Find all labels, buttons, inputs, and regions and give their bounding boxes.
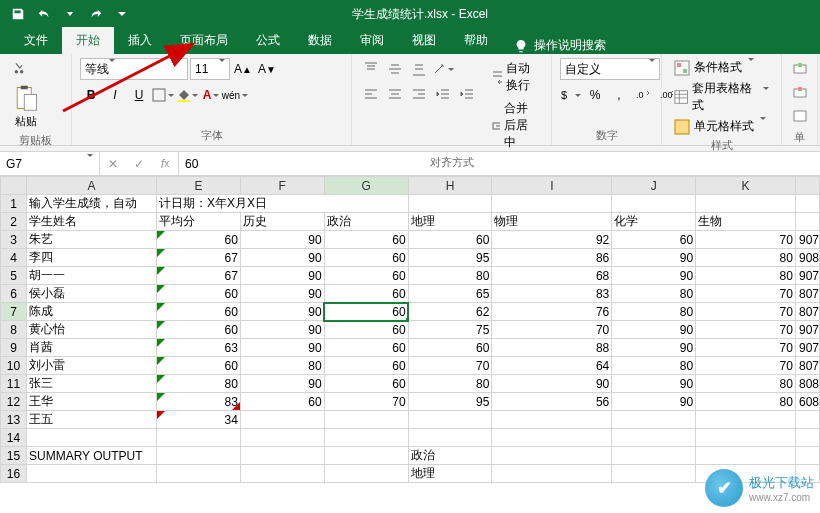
row-header[interactable]: 5 (1, 267, 27, 285)
row-header[interactable]: 8 (1, 321, 27, 339)
row-header[interactable]: 14 (1, 429, 27, 447)
cell[interactable]: 80 (156, 375, 240, 393)
cell[interactable]: 90 (492, 375, 612, 393)
cell[interactable] (795, 411, 819, 429)
select-all-corner[interactable] (1, 177, 27, 195)
align-top-button[interactable] (360, 58, 382, 80)
cell[interactable]: 90 (240, 339, 324, 357)
name-box[interactable]: G7 (0, 152, 100, 175)
cell[interactable] (156, 429, 240, 447)
cell[interactable]: 60 (408, 339, 492, 357)
format-cells-button[interactable] (790, 106, 812, 128)
cell[interactable]: 80 (240, 357, 324, 375)
cell[interactable]: 输入学生成绩，自动 (26, 195, 156, 213)
col-header-H[interactable]: H (408, 177, 492, 195)
cell[interactable]: 67 (156, 249, 240, 267)
bold-button[interactable]: B (80, 84, 102, 106)
cell[interactable]: 计日期：X年X月X日 (156, 195, 408, 213)
cell[interactable] (492, 447, 612, 465)
cell[interactable] (612, 429, 696, 447)
cell[interactable] (795, 213, 819, 231)
cell[interactable] (324, 429, 408, 447)
cell[interactable]: 807 (795, 357, 819, 375)
cell[interactable] (156, 447, 240, 465)
format-as-table-button[interactable]: 套用表格格式 (670, 79, 773, 115)
row-header[interactable]: 7 (1, 303, 27, 321)
row-header[interactable]: 2 (1, 213, 27, 231)
accounting-format-button[interactable]: $ (560, 84, 582, 106)
cell[interactable]: 68 (492, 267, 612, 285)
cell[interactable] (492, 195, 612, 213)
cell[interactable]: 70 (696, 357, 796, 375)
cell[interactable] (612, 411, 696, 429)
tab-help[interactable]: 帮助 (450, 27, 502, 54)
cell[interactable]: 907 (795, 267, 819, 285)
cell[interactable]: 60 (324, 267, 408, 285)
cell[interactable]: 86 (492, 249, 612, 267)
cell[interactable]: 76 (492, 303, 612, 321)
cell[interactable]: 90 (612, 249, 696, 267)
tab-view[interactable]: 视图 (398, 27, 450, 54)
cell[interactable]: 刘小雷 (26, 357, 156, 375)
col-header-E[interactable]: E (156, 177, 240, 195)
cell[interactable]: 80 (696, 375, 796, 393)
cell[interactable]: 83 (156, 393, 240, 411)
cell[interactable] (795, 195, 819, 213)
cell[interactable]: 90 (240, 285, 324, 303)
cell[interactable]: 政治 (324, 213, 408, 231)
paste-button[interactable]: 粘贴 (8, 82, 44, 131)
qat-customize[interactable] (110, 2, 134, 26)
insert-function-button[interactable]: fx (152, 157, 178, 171)
cell[interactable] (240, 465, 324, 483)
cell[interactable]: 政治 (408, 447, 492, 465)
col-header-K[interactable]: K (696, 177, 796, 195)
align-left-button[interactable] (360, 84, 382, 106)
cell[interactable]: 56 (492, 393, 612, 411)
cell[interactable] (240, 429, 324, 447)
cell[interactable]: 60 (324, 231, 408, 249)
cell[interactable]: 90 (612, 393, 696, 411)
cell[interactable]: 地理 (408, 465, 492, 483)
cell[interactable]: 807 (795, 285, 819, 303)
row-header[interactable]: 10 (1, 357, 27, 375)
cell[interactable]: 80 (696, 249, 796, 267)
cell[interactable] (324, 465, 408, 483)
decrease-indent-button[interactable] (432, 84, 454, 106)
decrease-font-button[interactable]: A▼ (256, 58, 278, 80)
cell[interactable]: 60 (324, 303, 408, 321)
cell[interactable]: 60 (324, 249, 408, 267)
cell[interactable] (795, 429, 819, 447)
italic-button[interactable]: I (104, 84, 126, 106)
cell[interactable]: 90 (240, 375, 324, 393)
cut-button[interactable] (8, 58, 30, 80)
cell[interactable]: 70 (492, 321, 612, 339)
tab-review[interactable]: 审阅 (346, 27, 398, 54)
align-right-button[interactable] (408, 84, 430, 106)
font-name-combo[interactable]: 等线 (80, 58, 188, 80)
fill-color-button[interactable] (176, 84, 198, 106)
cell[interactable]: SUMMARY OUTPUT (26, 447, 156, 465)
cell[interactable] (408, 429, 492, 447)
cell[interactable]: 李四 (26, 249, 156, 267)
cell[interactable]: 60 (156, 231, 240, 249)
cell[interactable]: 王华 (26, 393, 156, 411)
cell[interactable]: 张三 (26, 375, 156, 393)
cell[interactable]: 67 (156, 267, 240, 285)
cell[interactable]: 90 (240, 321, 324, 339)
border-button[interactable] (152, 84, 174, 106)
cell[interactable]: 608 (795, 393, 819, 411)
orientation-button[interactable] (432, 58, 454, 80)
cell[interactable]: 907 (795, 231, 819, 249)
cell[interactable]: 肖茜 (26, 339, 156, 357)
col-header-A[interactable]: A (26, 177, 156, 195)
cell[interactable] (408, 195, 492, 213)
row-header[interactable]: 3 (1, 231, 27, 249)
redo-button[interactable] (84, 2, 108, 26)
cell[interactable] (696, 429, 796, 447)
increase-indent-button[interactable] (456, 84, 478, 106)
cell[interactable]: 60 (324, 339, 408, 357)
row-header[interactable]: 15 (1, 447, 27, 465)
cell[interactable]: 65 (408, 285, 492, 303)
cancel-formula-button[interactable]: ✕ (100, 157, 126, 171)
conditional-formatting-button[interactable]: 条件格式 (670, 58, 773, 77)
